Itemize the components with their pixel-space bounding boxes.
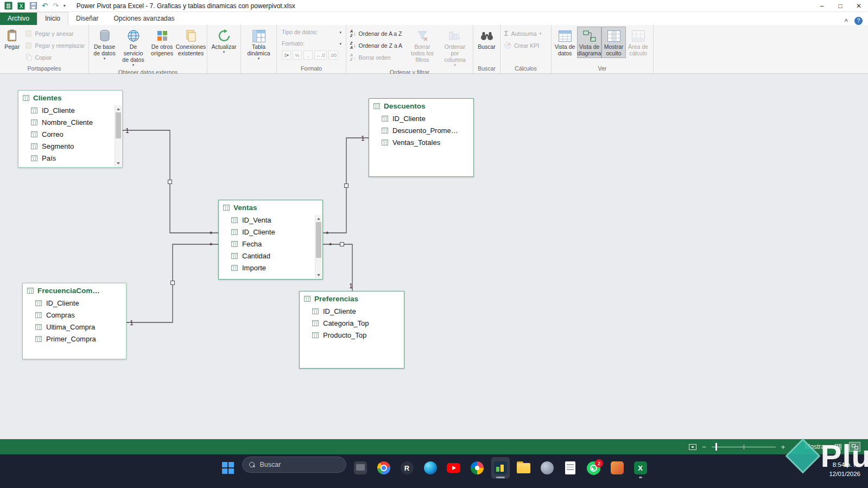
- minimize-button[interactable]: –: [813, 0, 831, 12]
- formato-dropdown[interactable]: Formato: ▾: [280, 38, 343, 49]
- de-base-de-datos-button[interactable]: De base de datos ▾: [90, 27, 119, 62]
- zoom-out-button[interactable]: −: [702, 443, 706, 451]
- chrome-app[interactable]: [375, 457, 393, 479]
- table-header[interactable]: FrecuenciaCom…: [23, 283, 126, 297]
- actualizar-button[interactable]: Actualizar ▾: [210, 27, 238, 55]
- currency-format-button[interactable]: $▾: [282, 50, 291, 60]
- field-row[interactable]: Importe: [219, 262, 322, 274]
- pegar-button[interactable]: Pegar: [1, 27, 23, 52]
- powerpivot-taskbar-app[interactable]: [491, 457, 510, 479]
- crear-kpi-button[interactable]: Crear KPI: [502, 40, 544, 51]
- photos-app[interactable]: [468, 457, 486, 479]
- diagram-table-frecuencia-compras[interactable]: FrecuenciaCom… ID_Cliente Compras Ultima…: [22, 283, 126, 359]
- diagram-table-ventas[interactable]: Ventas ID_Venta ID_Cliente Fecha Cantida…: [218, 200, 323, 280]
- field-row[interactable]: Primer_Compra: [23, 333, 126, 345]
- maximize-button[interactable]: □: [831, 0, 850, 12]
- field-row[interactable]: Categoria_Top: [300, 317, 404, 329]
- zoom-slider[interactable]: [712, 443, 776, 451]
- diagram-canvas[interactable]: 1 * 1 * 1 * 1 * Clientes ID_Cliente Nomb…: [0, 74, 868, 439]
- grid-view-button[interactable]: [832, 442, 844, 452]
- scroll-down-icon[interactable]: [115, 160, 122, 167]
- table-scrollbar[interactable]: [315, 215, 322, 278]
- field-row[interactable]: Segmento: [18, 140, 122, 152]
- field-row[interactable]: Nombre_Cliente: [18, 116, 122, 128]
- close-button[interactable]: ✕: [850, 0, 868, 12]
- zoom-in-button[interactable]: +: [781, 443, 785, 451]
- excel-file-icon[interactable]: X: [17, 2, 25, 10]
- excel-app[interactable]: X: [631, 457, 650, 479]
- autosuma-button[interactable]: Σ Autosuma ▾: [502, 28, 544, 39]
- tipo-de-datos-dropdown[interactable]: Tipo de datos: ▾: [280, 27, 343, 37]
- field-row[interactable]: ID_Venta: [219, 214, 322, 226]
- r-app[interactable]: R: [398, 457, 416, 479]
- buscar-button[interactable]: Buscar: [474, 27, 499, 52]
- field-row[interactable]: Descuento_Prome…: [369, 124, 473, 136]
- diagram-table-preferencias[interactable]: Preferencias ID_Cliente Categoria_Top Pr…: [299, 291, 404, 369]
- copiar-button[interactable]: Copiar: [23, 52, 87, 63]
- vista-de-datos-button[interactable]: Vista de datos: [553, 27, 577, 58]
- thousands-format-button[interactable]: ,: [303, 50, 313, 60]
- ordenar-za-button[interactable]: ZA↓ Ordenar de Z a A: [347, 40, 406, 51]
- decrease-decimal-button[interactable]: .00: [328, 50, 339, 60]
- whatsapp-app[interactable]: 2: [585, 457, 603, 479]
- orange-app[interactable]: [608, 457, 626, 479]
- field-row[interactable]: País: [18, 152, 122, 164]
- scroll-up-icon[interactable]: [315, 215, 322, 222]
- table-scrollbar[interactable]: [115, 105, 122, 167]
- tab-archivo[interactable]: Archivo: [0, 12, 37, 25]
- document-app[interactable]: [561, 457, 580, 479]
- taskbar-search[interactable]: Buscar: [242, 457, 346, 473]
- table-header[interactable]: Ventas: [219, 200, 322, 214]
- start-button[interactable]: [219, 457, 237, 479]
- undo-icon[interactable]: ↶: [42, 2, 48, 9]
- edge-app[interactable]: [421, 457, 440, 479]
- gray-circle-app[interactable]: [538, 457, 556, 479]
- borrar-orden-button[interactable]: AZ↓ Borrar orden: [347, 52, 406, 63]
- field-row[interactable]: ID_Cliente: [300, 305, 404, 317]
- qat-customize-icon[interactable]: ▾: [64, 3, 66, 8]
- table-header[interactable]: Descuentos: [369, 99, 473, 112]
- diagram-table-descuentos[interactable]: Descuentos ID_Cliente Descuento_Prome… V…: [369, 98, 474, 177]
- fit-to-window-icon[interactable]: [689, 444, 696, 450]
- vista-de-diagrama-button[interactable]: Vista de diagrama: [577, 27, 601, 58]
- field-row[interactable]: Compras: [23, 309, 126, 321]
- taskbar-clock[interactable]: 8:54 p. m. 12/01/2026: [829, 460, 860, 478]
- tabla-dinamica-button[interactable]: Tabla dinámica ▾: [243, 27, 275, 62]
- scroll-down-icon[interactable]: [315, 271, 322, 278]
- collapse-ribbon-icon[interactable]: ^: [845, 18, 848, 24]
- save-icon[interactable]: [30, 2, 37, 9]
- pinned-app-dark[interactable]: [351, 457, 370, 479]
- ordenar-por-columna-button[interactable]: Ordenar por columna ▾: [439, 27, 471, 68]
- pegar-y-anexar-button[interactable]: Pegar y anexar: [23, 28, 87, 39]
- zoom-slider-thumb[interactable]: [715, 443, 717, 451]
- tab-inicio[interactable]: Inicio: [37, 12, 68, 25]
- diagram-table-clientes[interactable]: Clientes ID_Cliente Nombre_Cliente Corre…: [18, 90, 123, 168]
- youtube-app[interactable]: [445, 457, 463, 479]
- tab-opciones-avanzadas[interactable]: Opciones avanzadas: [106, 12, 182, 25]
- tab-disenar[interactable]: Diseñar: [68, 12, 106, 25]
- ordenar-az-button[interactable]: AZ↓ Ordenar de A a Z: [347, 28, 406, 39]
- field-row[interactable]: Producto_Top: [300, 329, 404, 341]
- conexiones-existentes-button[interactable]: Conexiones existentes: [176, 27, 205, 58]
- scrollbar-thumb[interactable]: [316, 222, 321, 258]
- field-row[interactable]: ID_Cliente: [18, 104, 122, 116]
- percent-format-button[interactable]: %: [293, 50, 302, 60]
- field-row[interactable]: Ultima_Compra: [23, 321, 126, 333]
- field-row[interactable]: Cantidad: [219, 250, 322, 262]
- file-explorer-app[interactable]: [515, 457, 533, 479]
- field-row[interactable]: Ventas_Totales: [369, 136, 473, 148]
- diagram-view-toggle-button[interactable]: [849, 442, 860, 452]
- increase-decimal-button[interactable]: ←.0: [314, 50, 327, 60]
- field-row[interactable]: Fecha: [219, 238, 322, 250]
- redo-icon[interactable]: ↷: [53, 2, 59, 9]
- field-row[interactable]: Correo: [18, 128, 122, 140]
- area-de-calculo-button[interactable]: Área de cálculo: [626, 27, 650, 58]
- field-row[interactable]: ID_Cliente: [369, 112, 473, 124]
- pegar-y-reemplazar-button[interactable]: Pegar y reemplazar: [23, 40, 87, 51]
- help-icon[interactable]: ?: [854, 17, 863, 25]
- field-row[interactable]: ID_Cliente: [23, 297, 126, 309]
- mostrar-oculto-button[interactable]: Mostrar oculto: [601, 27, 626, 58]
- de-servicio-de-datos-button[interactable]: De servicio de datos ▾: [119, 27, 148, 68]
- scrollbar-thumb[interactable]: [116, 112, 121, 138]
- scroll-up-icon[interactable]: [115, 105, 122, 112]
